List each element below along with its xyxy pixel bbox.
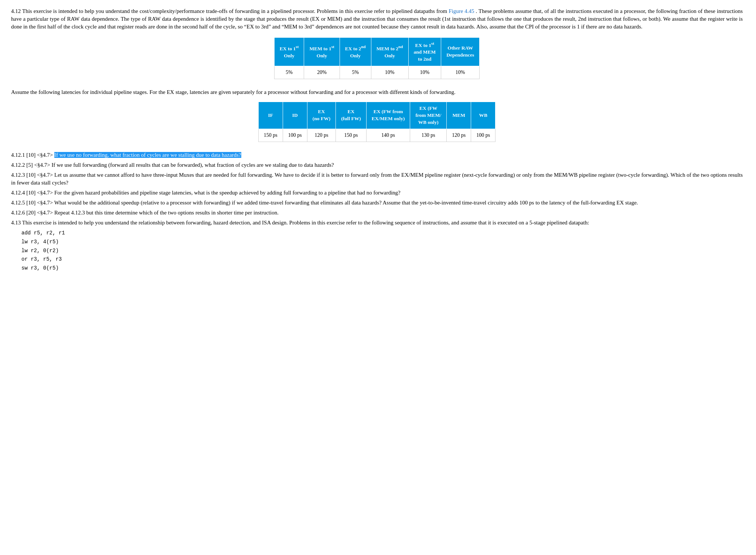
latency-paragraph: Assume the following latencies for indiv… xyxy=(11,88,743,96)
problem-4125: 4.12.5 [10] <§4.7> What would be the add… xyxy=(11,199,743,207)
latency-table-container: IF ID EX(no FW) EX(full FW) EX (FW fromE… xyxy=(11,102,743,142)
table2-cell-ex-nofw: 120 ps xyxy=(307,129,336,142)
problem-4124-text: For the given hazard probabilities and p… xyxy=(54,190,401,196)
section-413-id: 4.13 xyxy=(11,220,21,226)
problem-4121-text: If we use no forwarding, what fraction o… xyxy=(54,152,241,158)
raw-dependence-table: EX to 1stOnly MEM to 1stOnly EX to 2ndOn… xyxy=(274,37,480,79)
table2-cell-mem: 120 ps xyxy=(447,129,471,142)
table2-cell-if: 150 ps xyxy=(258,129,283,142)
table2-col4-header: EX(full FW) xyxy=(336,102,367,129)
section-412-intro: 4.12 This exercise is intended to help y… xyxy=(11,7,743,31)
table2-data-row: 150 ps 100 ps 120 ps 150 ps 140 ps 130 p… xyxy=(258,129,495,142)
table2-col7-header: MEM xyxy=(447,102,471,129)
code-line-4: or r3, r5, r3 xyxy=(21,255,743,264)
table2-cell-ex-memwb: 130 ps xyxy=(410,129,447,142)
problem-4124-id: 4.12.4 xyxy=(11,190,25,196)
problem-4126-text: Repeat 4.12.3 but this time determine wh… xyxy=(54,210,279,216)
table1-col4-header: MEM to 2ndOnly xyxy=(371,38,408,66)
main-content: 4.12 This exercise is intended to help y… xyxy=(11,7,743,273)
table2-col3-header: EX(no FW) xyxy=(307,102,336,129)
problem-4121-points: [10] xyxy=(26,152,35,158)
figure-link[interactable]: Figure 4.45 xyxy=(449,8,474,14)
table1-cell-mem2: 10% xyxy=(371,66,408,79)
table2-col6-header: EX (FWfrom MEM/WB only) xyxy=(410,102,447,129)
table1-col2-header: MEM to 1stOnly xyxy=(304,38,340,66)
problem-4122-points: [5] xyxy=(26,162,33,168)
table1-cell-mem1: 20% xyxy=(304,66,340,79)
section-413: 4.13 This exercise is intended to help y… xyxy=(11,219,743,227)
table1-cell-ex1: 5% xyxy=(274,66,304,79)
problem-4126-section: <§4.7> xyxy=(37,210,53,216)
table1-col3-header: EX to 2ndOnly xyxy=(340,38,371,66)
problems-section: 4.12.1 [10] <§4.7> If we use no forwardi… xyxy=(11,151,743,273)
table1-cell-other: 10% xyxy=(441,66,480,79)
problem-4123: 4.12.3 [10] <§4.7> Let us assume that we… xyxy=(11,171,743,187)
section-413-text: This exercise is intended to help you un… xyxy=(22,220,589,226)
problem-4122-text: If we use full forwarding (forward all r… xyxy=(51,162,334,168)
table1-col6-header: Other RAWDependences xyxy=(441,38,480,66)
intro-text1: This exercise is intended to help you un… xyxy=(22,8,449,14)
problem-4122-id: 4.12.2 xyxy=(11,162,25,168)
latency-table: IF ID EX(no FW) EX(full FW) EX (FW fromE… xyxy=(258,102,496,142)
problem-4121: 4.12.1 [10] <§4.7> If we use no forwardi… xyxy=(11,151,743,159)
table1-col1-header: EX to 1stOnly xyxy=(274,38,304,66)
table2-col5-header: EX (FW fromEX/MEM only) xyxy=(366,102,410,129)
table2-cell-ex-fullfw: 150 ps xyxy=(336,129,367,142)
problem-4123-points: [10] xyxy=(26,172,35,178)
problem-4122: 4.12.2 [5] <§4.7> If we use full forward… xyxy=(11,161,743,169)
problem-4126: 4.12.6 [20] <§4.7> Repeat 4.12.3 but thi… xyxy=(11,209,743,217)
problem-4122-section: <§4.7> xyxy=(34,162,50,168)
code-line-3: lw r2, 0(r2) xyxy=(21,247,743,255)
problem-4124: 4.12.4 [10] <§4.7> For the given hazard … xyxy=(11,189,743,197)
problem-4125-id: 4.12.5 xyxy=(11,200,25,206)
problem-4123-text: Let us assume that we cannot afford to h… xyxy=(11,172,743,186)
problem-4126-id: 4.12.6 xyxy=(11,210,25,216)
table2-col1-header: IF xyxy=(258,102,283,129)
table2-col8-header: WB xyxy=(471,102,496,129)
table2-cell-ex-exmem: 140 ps xyxy=(366,129,410,142)
code-line-2: lw r3, 4(r5) xyxy=(21,238,743,247)
problem-4123-id: 4.12.3 xyxy=(11,172,25,178)
problem-4124-points: [10] xyxy=(26,190,35,196)
raw-dependence-table-container: EX to 1stOnly MEM to 1stOnly EX to 2ndOn… xyxy=(11,37,743,79)
code-line-1: add r5, r2, r1 xyxy=(21,229,743,238)
code-line-5: sw r3, 0(r5) xyxy=(21,264,743,273)
table1-cell-ex1mem2: 10% xyxy=(408,66,441,79)
table1-cell-ex2: 5% xyxy=(340,66,371,79)
table1-data-row: 5% 20% 5% 10% 10% 10% xyxy=(274,66,479,79)
table2-cell-id: 100 ps xyxy=(283,129,307,142)
table2-col2-header: ID xyxy=(283,102,307,129)
problem-4121-section: <§4.7> xyxy=(37,152,53,158)
problem-4124-section: <§4.7> xyxy=(37,190,53,196)
problem-4125-section: <§4.7> xyxy=(37,200,53,206)
problem-4125-text: What would be the additional speedup (re… xyxy=(54,200,638,206)
problem-4121-id: 4.12.1 xyxy=(11,152,25,158)
table2-cell-wb: 100 ps xyxy=(471,129,496,142)
problem-4125-points: [10] xyxy=(26,200,35,206)
table1-col5-header: EX to 1stand MEMto 2nd xyxy=(408,38,441,66)
problem-4123-section: <§4.7> xyxy=(37,172,53,178)
problem-4126-points: [20] xyxy=(26,210,35,216)
code-block: add r5, r2, r1 lw r3, 4(r5) lw r2, 0(r2)… xyxy=(21,229,743,273)
section-number: 4.12 xyxy=(11,8,21,14)
